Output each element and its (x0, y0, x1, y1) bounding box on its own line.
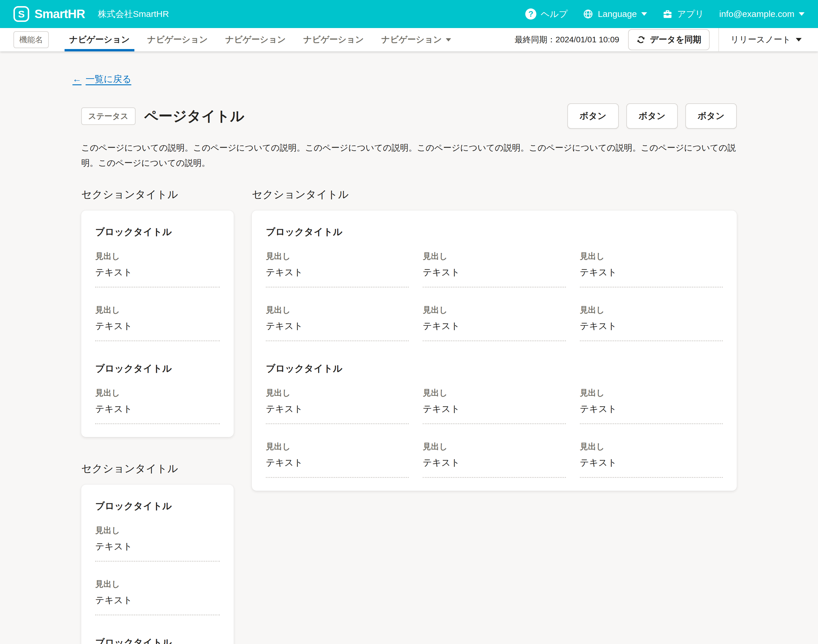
globe-icon (583, 9, 594, 19)
chevron-down-icon (799, 12, 804, 16)
language-menu[interactable]: Language (583, 9, 647, 19)
apps-menu[interactable]: アプリ (662, 8, 704, 20)
nav-tab-label: ナビゲーション (303, 34, 364, 46)
field-label: 見出し (580, 251, 723, 262)
app-nav: 機能名 ナビゲーション ナビゲーション ナビゲーション ナビゲーション ナビゲー… (0, 28, 818, 51)
field-value: テキスト (580, 320, 723, 332)
block-title: ブロックタイトル (266, 225, 723, 239)
field-group: 見出し テキスト (95, 305, 220, 341)
field-value: テキスト (423, 457, 566, 469)
page-description: このページについての説明。このページについての説明。このページについての説明。こ… (81, 140, 737, 170)
block: ブロックタイトル 見出し テキスト 見出し テキスト 見出し (266, 362, 723, 478)
action-button-2[interactable]: ボタン (626, 103, 678, 129)
field-group: 見出し テキスト (423, 251, 566, 288)
field-label: 見出し (423, 387, 566, 399)
card: ブロックタイトル 見出し テキスト 見出し テキスト ブロックタイトル (81, 210, 234, 437)
field-value: テキスト (266, 403, 409, 415)
smarthr-logo-icon: S (14, 6, 29, 22)
field-value: テキスト (423, 320, 566, 332)
nav-tab-5[interactable]: ナビゲーション (372, 28, 460, 51)
field-group: 見出し テキスト (95, 251, 220, 288)
block: ブロックタイトル 見出し テキスト 見出し テキスト (95, 225, 220, 341)
field-group: 見出し テキスト (266, 441, 409, 478)
title-group: ステータス ページタイトル (81, 107, 244, 126)
brand-logo[interactable]: S SmartHR (14, 6, 85, 22)
nav-tab-4[interactable]: ナビゲーション (294, 28, 372, 51)
field-label: 見出し (423, 305, 566, 316)
chevron-down-icon (641, 12, 647, 16)
apps-label: アプリ (677, 8, 704, 20)
field-value: テキスト (95, 320, 220, 332)
field-group: 見出し テキスト (423, 441, 566, 478)
question-circle-icon: ? (525, 8, 537, 20)
language-label: Language (598, 9, 637, 19)
nav-tab-label: ナビゲーション (69, 34, 130, 46)
nav-right: 最終同期：2024/01/01 10:09 データを同期 リリースノート (515, 28, 804, 51)
last-sync-timestamp: 最終同期：2024/01/01 10:09 (515, 34, 619, 45)
field-value: テキスト (423, 266, 566, 279)
field-group: 見出し テキスト (423, 305, 566, 341)
chevron-down-icon (446, 38, 451, 41)
nav-tab-3[interactable]: ナビゲーション (217, 28, 294, 51)
feature-name-badge: 機能名 (14, 31, 49, 48)
field-label: 見出し (266, 251, 409, 262)
nav-tab-2[interactable]: ナビゲーション (138, 28, 217, 51)
field-value: テキスト (266, 320, 409, 332)
release-notes-menu[interactable]: リリースノート (728, 34, 804, 46)
back-link-label: 一覧に戻る (86, 74, 131, 84)
field-value: テキスト (95, 266, 220, 279)
briefcase-icon (662, 9, 673, 19)
action-button-1[interactable]: ボタン (567, 103, 619, 129)
field-value: テキスト (95, 403, 220, 415)
left-arrow-icon: ← (72, 74, 81, 84)
account-menu[interactable]: info@example.com (719, 9, 804, 19)
right-column: セクションタイトル ブロックタイトル 見出し テキスト 見出し テキスト (252, 187, 737, 491)
sync-data-label: データを同期 (650, 34, 701, 46)
section-2: セクションタイトル ブロックタイトル 見出し テキスト 見出し テキスト (252, 187, 737, 491)
field-group: 見出し テキスト (266, 305, 409, 341)
left-column: セクションタイトル ブロックタイトル 見出し テキスト 見出し テキスト (81, 187, 234, 644)
page-title: ページタイトル (144, 107, 244, 126)
block: ブロックタイトル 見出し テキスト 見出し テキスト 見出し (266, 225, 723, 341)
field-group: 見出し テキスト (266, 387, 409, 424)
field-group: 見出し テキスト (423, 387, 566, 424)
block: ブロックタイトル 見出し テキスト 見出し テキスト (95, 500, 220, 615)
site-header: S SmartHR 株式会社SmartHR ? ヘルプ Language アプリ… (0, 0, 818, 28)
main-content: ←一覧に戻る ステータス ページタイトル ボタン ボタン ボタン このページにつ… (0, 51, 818, 644)
block-title: ブロックタイトル (95, 362, 220, 375)
action-button-3[interactable]: ボタン (685, 103, 737, 129)
header-actions: ? ヘルプ Language アプリ info@example.com (525, 8, 804, 20)
section-title: セクションタイトル (81, 462, 234, 476)
field-group: 見出し テキスト (580, 387, 723, 424)
field-label: 見出し (95, 305, 220, 316)
field-label: 見出し (423, 441, 566, 452)
refresh-icon (636, 35, 646, 44)
nav-tab-label: ナビゲーション (381, 34, 442, 46)
field-label: 見出し (95, 387, 220, 399)
back-to-list-link[interactable]: ←一覧に戻る (72, 73, 131, 85)
field-value: テキスト (95, 540, 220, 553)
content-columns: セクションタイトル ブロックタイトル 見出し テキスト 見出し テキスト (81, 187, 737, 644)
block: ブロックタイトル 見出し テキスト (95, 636, 220, 644)
field-label: 見出し (95, 525, 220, 536)
section-title: セクションタイトル (81, 187, 234, 202)
status-badge: ステータス (81, 107, 135, 125)
section-1: セクションタイトル ブロックタイトル 見出し テキスト 見出し テキスト (81, 187, 234, 437)
nav-tab-1[interactable]: ナビゲーション (60, 28, 138, 51)
help-label: ヘルプ (541, 8, 567, 20)
nav-divider (718, 28, 719, 51)
field-value: テキスト (266, 266, 409, 279)
sync-data-button[interactable]: データを同期 (628, 29, 710, 50)
nav-tab-label: ナビゲーション (225, 34, 286, 46)
help-menu[interactable]: ? ヘルプ (525, 8, 567, 20)
block-title: ブロックタイトル (266, 362, 723, 375)
field-value: テキスト (580, 403, 723, 415)
fields-grid: 見出し テキスト 見出し テキスト 見出し テキスト (266, 387, 723, 478)
brand-name: SmartHR (34, 7, 85, 21)
field-group: 見出し テキスト (95, 579, 220, 615)
field-group: 見出し テキスト (95, 525, 220, 562)
company-name: 株式会社SmartHR (98, 8, 169, 20)
card: ブロックタイトル 見出し テキスト 見出し テキスト 見出し (252, 210, 737, 491)
field-label: 見出し (266, 387, 409, 399)
field-group: 見出し テキスト (580, 251, 723, 288)
